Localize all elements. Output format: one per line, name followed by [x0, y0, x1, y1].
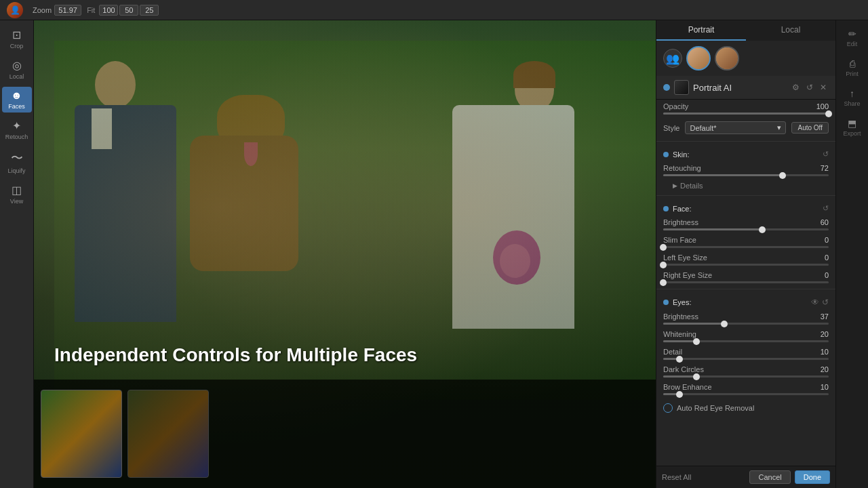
retouch-icon: ✦ [12, 119, 21, 132]
eyes-label: Eyes: [673, 298, 692, 306]
add-face-button[interactable]: 👥 [663, 49, 682, 68]
reset-all-button[interactable]: Reset All [662, 473, 691, 481]
tool-faces[interactable]: ☻ Faces [2, 87, 32, 113]
auto-redeye-row: Auto Red Eye Removal [656, 398, 835, 418]
panel-undo-icon[interactable]: ↺ [804, 82, 815, 93]
opacity-fill [663, 113, 829, 115]
divider-2 [656, 195, 835, 196]
detail-thumb [676, 356, 683, 363]
zoom-input[interactable] [54, 5, 81, 16]
panel-settings-icon[interactable]: ⚙ [790, 82, 802, 93]
tool-liquify[interactable]: 〜 Liquify [2, 147, 32, 177]
detail-value: 10 [821, 348, 829, 356]
far-right-export[interactable]: ⬒ Export [837, 115, 867, 140]
thumbnail-2[interactable] [127, 390, 209, 478]
dark-circles-label: Dark Circles [663, 365, 704, 373]
tool-local[interactable]: ◎ Local [2, 56, 32, 83]
detail-label-row: Detail 10 [663, 348, 829, 356]
zoom-label: Zoom [33, 6, 52, 14]
dark-circles-thumb [693, 373, 700, 380]
right-eye-value: 0 [825, 271, 829, 279]
whitening-control: Whitening 20 [656, 327, 835, 345]
left-eye-control: Left Eye Size 0 [656, 251, 835, 268]
whitening-slider[interactable] [663, 340, 829, 342]
portrait-ai-panel: Opacity 100 Style Default* ▾ Auto Off [656, 100, 835, 466]
panel-header-icons: ⚙ ↺ ✕ [790, 82, 829, 93]
dark-circles-value: 20 [821, 365, 829, 373]
thumbnail-1[interactable] [41, 390, 122, 478]
opacity-slider[interactable] [663, 113, 829, 115]
brow-enhance-slider[interactable] [663, 393, 829, 395]
retouching-fill [663, 174, 783, 176]
brow-enhance-thumb [676, 391, 683, 398]
far-right-panel: ✏ Edit ⎙ Print ↑ Share ⬒ Export [835, 20, 868, 488]
panel-close-icon[interactable]: ✕ [818, 82, 829, 93]
panel-color-thumb [674, 80, 689, 95]
dark-circles-slider[interactable] [663, 375, 829, 378]
retouching-label: Retouching [663, 164, 701, 172]
fit-val2-input[interactable] [119, 5, 138, 16]
far-right-edit[interactable]: ✏ Edit [837, 26, 867, 50]
panel-bottom-buttons: Reset All Cancel Done [656, 466, 835, 488]
right-panel: Portrait Local 👥 Portrait AI ⚙ [656, 20, 835, 488]
eye-brightness-thumb [721, 321, 728, 327]
retouching-slider[interactable] [663, 174, 829, 176]
fit-label: Fit [87, 6, 95, 14]
thumbnail-strip [34, 380, 656, 488]
details-label: Details [680, 182, 703, 190]
eyes-reset-icon[interactable]: ↺ [822, 298, 829, 307]
left-eye-slider[interactable] [663, 264, 829, 266]
right-eye-slider[interactable] [663, 281, 829, 283]
eye-brightness-slider[interactable] [663, 323, 829, 325]
opacity-label-row: Opacity 100 [663, 102, 829, 110]
face-reset-icon[interactable]: ↺ [823, 204, 829, 213]
opacity-value: 100 [816, 102, 829, 110]
face-thumb-1-inner [688, 47, 709, 69]
details-arrow-icon: ▶ [673, 182, 677, 189]
cancel-button[interactable]: Cancel [749, 470, 790, 484]
tool-retouch[interactable]: ✦ Retouch [2, 117, 32, 143]
details-row[interactable]: ▶ Details [656, 179, 835, 192]
style-select[interactable]: Default* ▾ [685, 121, 786, 134]
slim-face-label: Slim Face [663, 236, 696, 244]
tool-crop[interactable]: ⊡ Crop [2, 26, 32, 52]
skin-dot [663, 152, 669, 157]
eye-brightness-fill [663, 323, 724, 325]
right-eye-label-row: Right Eye Size 0 [663, 271, 829, 279]
opacity-control: Opacity 100 [656, 100, 835, 117]
eye-brightness-label: Brightness [663, 312, 698, 321]
face-brightness-slider[interactable] [663, 228, 829, 230]
eye-brightness-label-row: Brightness 37 [663, 312, 829, 321]
fit-val3-input[interactable] [140, 5, 159, 16]
skin-reset-icon[interactable]: ↺ [823, 150, 829, 159]
dark-circles-fill [663, 375, 696, 378]
face-thumb-1[interactable] [686, 46, 711, 70]
face-brightness-value: 60 [821, 218, 829, 226]
eyes-visibility-icon[interactable]: 👁 [811, 298, 819, 307]
slim-face-thumb [660, 244, 667, 251]
auto-off-button[interactable]: Auto Off [791, 122, 829, 134]
auto-redeye-checkbox[interactable] [663, 403, 673, 413]
tab-portrait[interactable]: Portrait [656, 20, 746, 41]
retouching-value: 72 [821, 164, 829, 172]
brow-enhance-value: 10 [821, 383, 829, 391]
export-icon: ⬒ [848, 118, 856, 129]
face-thumb-2[interactable] [715, 46, 739, 70]
brow-enhance-label: Brow Enhance [663, 383, 712, 391]
face-brightness-fill [663, 228, 762, 230]
done-button[interactable]: Done [795, 470, 830, 484]
portrait-ai-header: Portrait AI ⚙ ↺ ✕ [656, 76, 835, 100]
auto-redeye-label: Auto Red Eye Removal [677, 404, 754, 412]
edit-icon: ✏ [848, 28, 856, 39]
skin-label: Skin: [673, 150, 689, 159]
tool-view[interactable]: ◫ View [2, 181, 32, 207]
far-right-print[interactable]: ⎙ Print [837, 56, 867, 80]
brow-enhance-control: Brow Enhance 10 [656, 380, 835, 398]
far-right-share[interactable]: ↑ Share [837, 85, 867, 110]
share-icon: ↑ [850, 88, 854, 99]
add-face-icon: 👥 [666, 52, 679, 65]
slim-face-slider[interactable] [663, 246, 829, 248]
fit-val1-input[interactable] [99, 5, 118, 16]
tab-local[interactable]: Local [746, 20, 835, 41]
detail-slider[interactable] [663, 358, 829, 360]
